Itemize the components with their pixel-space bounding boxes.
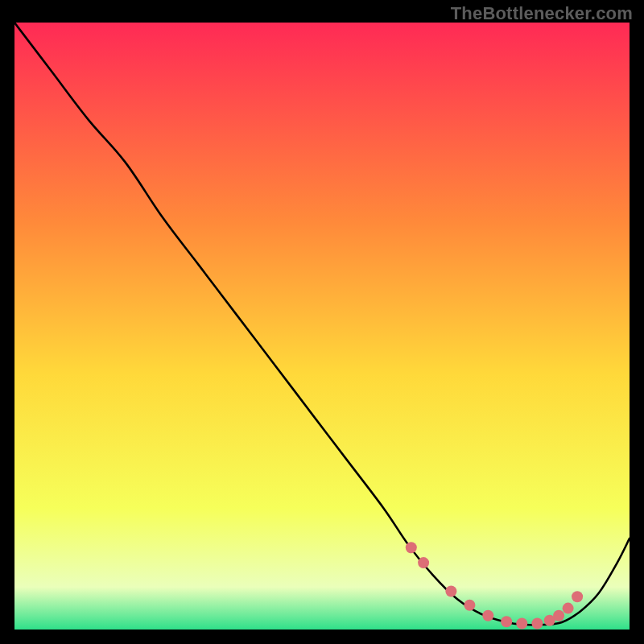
chart-stage: TheBottlenecker.com: [0, 0, 644, 644]
attribution-text: TheBottlenecker.com: [451, 3, 633, 24]
highlight-dot: [516, 618, 527, 630]
highlight-dot: [464, 600, 475, 611]
plot-area: [14, 23, 630, 630]
highlight-dot: [482, 610, 493, 621]
gradient-background: [14, 23, 630, 630]
highlight-dot: [553, 610, 564, 621]
highlight-dot: [501, 616, 512, 627]
highlight-dot: [563, 603, 574, 614]
highlight-dot: [406, 542, 417, 553]
highlight-dot: [531, 618, 543, 630]
highlight-dot: [445, 586, 456, 597]
chart-svg: [14, 23, 630, 630]
highlight-dot: [572, 591, 583, 602]
highlight-dot: [418, 557, 429, 568]
